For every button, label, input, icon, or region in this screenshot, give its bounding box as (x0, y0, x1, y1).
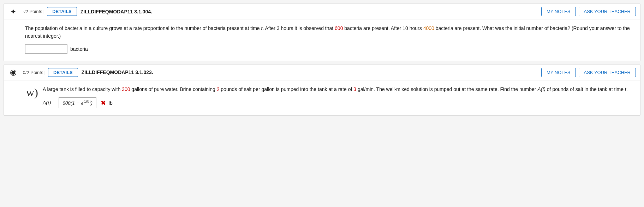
problem-2-side-icon: w) (25, 85, 39, 108)
problem-2-body: w) A large tank is filled to capacity wi… (4, 80, 640, 115)
problem-2-ask-teacher-button[interactable]: ASK YOUR TEACHER (579, 68, 636, 77)
problem-2-answer-input[interactable]: 600(1 − e0.01t) (59, 97, 96, 108)
problem-2-header-buttons: MY NOTES ASK YOUR TEACHER (541, 68, 636, 77)
problem-1-answer-row: bacteria (25, 44, 634, 54)
problem-2: ◉ [0/2 Points] DETAILS ZILLDIFFEQMODAP11… (0, 65, 644, 116)
problem-2-points: [0/2 Points] (22, 70, 44, 75)
problem-2-inner: w) A large tank is filled to capacity wi… (25, 85, 634, 108)
problem-1-code: ZILLDIFFEQMODAP11 3.1.004. (80, 9, 538, 14)
value-600: 600 (335, 25, 343, 31)
problem-1-body: The population of bacteria in a culture … (4, 19, 640, 61)
problem-2-answer-prefix: A(t) = (43, 100, 56, 106)
problem-1-header-buttons: MY NOTES ASK YOUR TEACHER (541, 7, 636, 16)
problem-2-header: ◉ [0/2 Points] DETAILS ZILLDIFFEQMODAP11… (4, 65, 640, 80)
problem-1-my-notes-button[interactable]: MY NOTES (541, 7, 576, 16)
problem-1-unit: bacteria (70, 46, 88, 52)
problem-2-text: A large tank is filled to capacity with … (43, 85, 634, 93)
problem-1-header: ✦ [-/2 Points] DETAILS ZILLDIFFEQMODAP11… (4, 4, 640, 19)
problem-2-wrong-icon: ✖ (101, 99, 106, 107)
value-300: 300 (122, 86, 130, 92)
value-2: 2 (217, 86, 220, 92)
problem-1-details-button[interactable]: DETAILS (47, 7, 77, 16)
value-4000: 4000 (423, 25, 434, 31)
problem-1-icon: ✦ (8, 7, 18, 16)
problem-1-text: The population of bacteria in a culture … (25, 24, 634, 40)
problem-2-details-button[interactable]: DETAILS (48, 68, 78, 77)
problem-2-unit: lb (109, 100, 113, 106)
problem-2-content: A large tank is filled to capacity with … (43, 85, 634, 108)
problem-2-icon: ◉ (8, 68, 18, 77)
problem-1-points: [-/2 Points] (22, 9, 43, 14)
problem-1-answer-input[interactable] (25, 44, 67, 54)
value-3: 3 (353, 86, 356, 92)
problem-1: ✦ [-/2 Points] DETAILS ZILLDIFFEQMODAP11… (0, 4, 644, 61)
problem-1-ask-teacher-button[interactable]: ASK YOUR TEACHER (579, 7, 636, 16)
problem-2-my-notes-button[interactable]: MY NOTES (541, 68, 576, 77)
problem-2-answer-row: A(t) = 600(1 − e0.01t) ✖ lb (43, 97, 634, 108)
problem-2-code: ZILLDIFFEQMODAP11 3.1.023. (82, 69, 538, 75)
